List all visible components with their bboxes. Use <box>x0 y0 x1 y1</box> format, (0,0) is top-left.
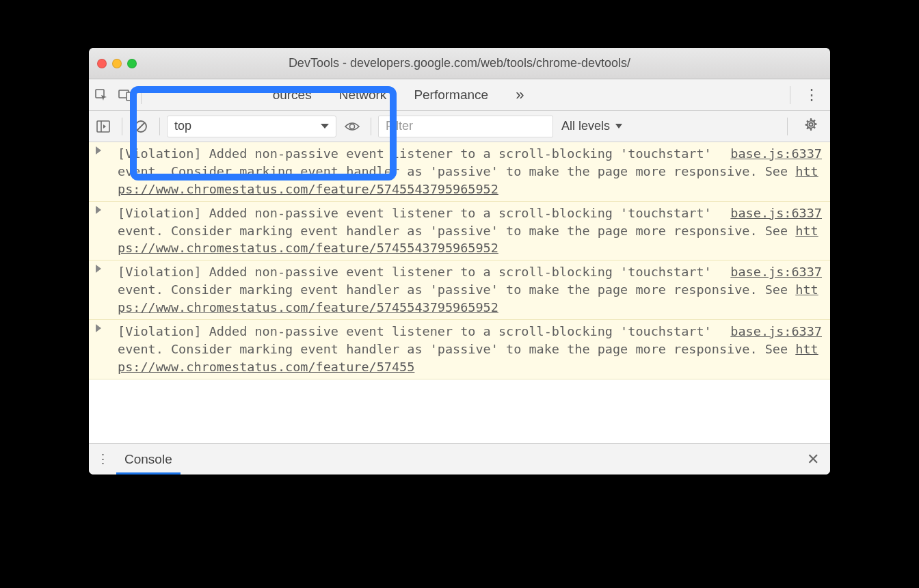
message-source-link[interactable]: base.js:6337 <box>717 204 822 222</box>
disclosure-triangle-icon[interactable] <box>96 265 101 273</box>
drawer-tab-label: Console <box>124 452 172 467</box>
drawer: ⋮ Console ✕ <box>89 443 830 475</box>
disclosure-triangle-icon[interactable] <box>96 146 101 155</box>
settings-menu-icon[interactable]: ⋮ <box>793 86 830 104</box>
drawer-menu-icon[interactable]: ⋮ <box>89 451 116 467</box>
chevron-down-icon <box>321 124 329 129</box>
inspect-element-icon[interactable] <box>89 79 114 111</box>
svg-line-6 <box>137 122 145 130</box>
separator <box>122 118 122 135</box>
message-text: [Violation] Added non-passive event list… <box>118 324 795 356</box>
panel-tabs: Elem Cons ources Network Performance » ⋮ <box>89 79 830 111</box>
separator <box>371 118 371 135</box>
svg-point-7 <box>350 124 355 129</box>
device-toggle-icon[interactable] <box>114 79 138 111</box>
disclosure-triangle-icon[interactable] <box>96 206 101 214</box>
log-levels-label: All levels <box>561 119 610 133</box>
devtools-window: DevTools - developers.google.com/web/too… <box>89 48 830 475</box>
message-text: [Violation] Added non-passive event list… <box>118 265 795 297</box>
console-settings-icon[interactable] <box>795 118 827 135</box>
toggle-console-sidebar-icon[interactable] <box>92 115 115 138</box>
console-message[interactable]: base.js:6337 [Violation] Added non-passi… <box>89 260 830 320</box>
separator <box>159 118 160 135</box>
filter-input[interactable] <box>378 116 553 137</box>
close-window-button[interactable] <box>97 59 107 68</box>
message-source-link[interactable]: base.js:6337 <box>717 323 822 340</box>
console-message[interactable]: base.js:6337 [Violation] Added non-passi… <box>89 142 830 202</box>
console-message[interactable]: base.js:6337 [Violation] Added non-passi… <box>89 202 830 261</box>
separator <box>787 118 788 135</box>
message-text: [Violation] Added non-passive event list… <box>118 146 795 178</box>
disclosure-triangle-icon[interactable] <box>96 324 101 332</box>
separator <box>141 86 142 104</box>
tab-overflow[interactable]: » <box>502 79 537 110</box>
message-source-link[interactable]: base.js:6337 <box>717 145 822 163</box>
console-message[interactable]: base.js:6337 [Violation] Added non-passi… <box>89 320 830 379</box>
tab-performance[interactable]: Performance <box>400 79 502 110</box>
window-title: DevTools - developers.google.com/web/too… <box>89 56 830 70</box>
drawer-tab-console[interactable]: Console <box>116 444 181 475</box>
zoom-window-button[interactable] <box>127 59 137 68</box>
tab-sources[interactable]: ources <box>259 79 325 110</box>
log-levels-dropdown[interactable]: All levels <box>557 119 626 133</box>
titlebar: DevTools - developers.google.com/web/too… <box>89 48 830 79</box>
clear-console-icon[interactable] <box>129 115 152 138</box>
console-messages[interactable]: base.js:6337 [Violation] Added non-passi… <box>89 142 830 443</box>
message-source-link[interactable]: base.js:6337 <box>717 263 822 281</box>
separator <box>790 86 790 104</box>
close-drawer-icon[interactable]: ✕ <box>796 451 830 468</box>
traffic-lights <box>97 59 137 68</box>
context-value: top <box>174 119 191 133</box>
tab-network[interactable]: Network <box>325 79 401 110</box>
live-expression-icon[interactable] <box>341 115 364 138</box>
console-toolbar: top All levels <box>89 111 830 142</box>
chevron-down-icon <box>615 124 622 129</box>
minimize-window-button[interactable] <box>112 59 122 68</box>
svg-rect-2 <box>126 92 132 101</box>
context-selector[interactable]: top <box>167 116 336 137</box>
message-text: [Violation] Added non-passive event list… <box>118 206 795 238</box>
